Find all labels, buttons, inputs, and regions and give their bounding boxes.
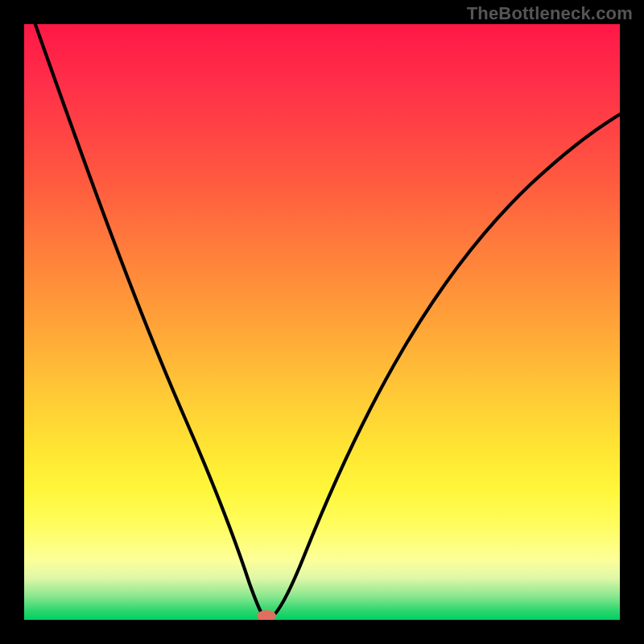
bottleneck-curve <box>24 24 620 620</box>
chart-frame: TheBottleneck.com <box>0 0 644 644</box>
curve-path <box>34 24 620 618</box>
watermark-text: TheBottleneck.com <box>467 3 633 24</box>
plot-area <box>24 24 620 620</box>
